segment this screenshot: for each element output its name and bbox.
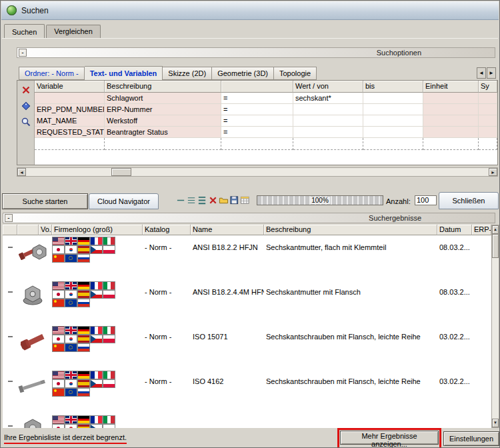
cell-operator[interactable]: = (221, 93, 293, 104)
cn-flag-icon (53, 389, 64, 396)
fr-flag-icon (91, 416, 102, 423)
col-sy[interactable]: Sy (479, 81, 497, 93)
col-vorschau[interactable]: Vo... (39, 225, 52, 235)
cell-wert-input[interactable] (293, 115, 363, 127)
row-height-large-icon[interactable] (197, 195, 207, 205)
delete-condition-icon[interactable] (21, 85, 31, 95)
anzahl-input[interactable]: 100 (415, 195, 437, 205)
row-selector[interactable] (3, 280, 17, 325)
keyword-tag-icon[interactable] (21, 101, 31, 111)
empty-cell[interactable] (105, 138, 221, 150)
tab-suchen[interactable]: Suchen (4, 24, 45, 39)
cell-operator[interactable]: = (221, 127, 293, 138)
collapse-suchoptionen-button[interactable]: - (19, 49, 27, 57)
ru-flag-icon (78, 255, 89, 262)
vscroll-thumb[interactable] (492, 234, 499, 258)
result-row-partial[interactable] (3, 414, 491, 428)
row-selector[interactable] (3, 369, 17, 414)
subtab-geometrie-3d[interactable]: Geometrie (3D) (212, 67, 274, 80)
bolt-with-nut-preview-icon[interactable] (17, 235, 39, 280)
suchoptionen-header: - Suchoptionen (17, 47, 495, 58)
flags-cell (52, 369, 143, 414)
tab-vergleichen[interactable]: Vergleichen (46, 25, 101, 38)
cloud-navigator-tab[interactable]: Cloud Navigator (89, 193, 159, 209)
result-row[interactable]: - Norm - ISO 4162 Sechskantschrauben mit… (3, 369, 491, 414)
suchoptionen-title: Suchoptionen (377, 49, 421, 57)
cell-bis-input[interactable] (363, 115, 423, 127)
result-katalog: - Norm - (143, 369, 191, 414)
progress-bar: 100% (257, 195, 383, 205)
empty-cell[interactable] (479, 138, 497, 150)
cell-wert-input[interactable] (293, 127, 363, 138)
cell-operator[interactable]: = (221, 115, 293, 127)
subtab-skizze-2d[interactable]: Skizze (2D) (163, 67, 212, 80)
cell-wert-input[interactable]: sechskant* (293, 93, 363, 104)
row-selector[interactable] (3, 325, 17, 369)
row-selector[interactable] (3, 414, 17, 428)
suche-starten-button[interactable]: Suche starten (2, 193, 88, 209)
vscroll-up-icon[interactable] (492, 225, 499, 234)
col-firmenlogo[interactable]: Firmenlogo (groß) (52, 225, 143, 235)
col-bis[interactable]: bis (363, 81, 423, 93)
pl-flag-icon (103, 335, 115, 343)
save-icon[interactable] (229, 195, 239, 205)
col-beschreibung[interactable]: Beschreibung (264, 225, 437, 235)
cell-wert-input[interactable] (293, 104, 363, 115)
hscroll-right-icon[interactable] (489, 168, 497, 176)
col-operator[interactable] (221, 81, 293, 93)
cell-bis-input[interactable] (363, 93, 423, 104)
hscroll-left-icon[interactable] (17, 168, 26, 176)
col-erp[interactable]: ERP-N (472, 225, 491, 235)
ru-flag-icon (78, 299, 89, 307)
col-name[interactable]: Name (191, 225, 264, 235)
empty-cell[interactable] (35, 138, 105, 150)
col-katalog[interactable]: Katalog (143, 225, 191, 235)
export-table-icon[interactable] (240, 195, 250, 205)
eu-flag-icon (65, 299, 77, 307)
subtab-topologie[interactable]: Topologie (274, 67, 317, 80)
subtab-scroll-right-icon[interactable] (487, 67, 496, 79)
vscroll-down-icon[interactable] (492, 419, 499, 427)
row-selector[interactable] (3, 235, 17, 280)
schliessen-button[interactable]: Schließen (439, 192, 499, 209)
collapse-suchergebnisse-button[interactable]: - (5, 214, 13, 222)
col-beschreibung[interactable]: Beschreibung (105, 81, 221, 93)
search-variable-icon[interactable] (21, 117, 31, 127)
hscroll-thumb[interactable] (111, 168, 131, 176)
col-variable[interactable]: Variable (35, 81, 105, 93)
cell-bis-input[interactable] (363, 127, 423, 138)
subtab-text-und-variablen[interactable]: Text- und Variablen (85, 66, 163, 81)
cell-sy (479, 115, 497, 127)
clear-results-icon[interactable] (208, 195, 218, 205)
empty-cell[interactable] (221, 138, 293, 150)
col-wert-von[interactable]: Wert / von (293, 81, 363, 93)
row-height-small-icon[interactable] (176, 195, 186, 205)
nut-preview-icon[interactable] (17, 414, 39, 428)
col-preview[interactable] (17, 225, 39, 235)
flange-nut-preview-icon[interactable] (17, 280, 39, 325)
hscroll-track[interactable] (26, 168, 489, 176)
cell-operator[interactable]: = (221, 104, 293, 115)
de-flag-icon (78, 371, 89, 379)
results-vertical-scrollbar[interactable] (491, 225, 499, 428)
folder-open-icon[interactable] (219, 195, 229, 205)
col-einheit[interactable]: Einheit (423, 81, 479, 93)
cell-bis-input[interactable] (363, 104, 423, 115)
result-row[interactable]: - Norm - ANSI B18.2.4.4M HFN Sechskantmu… (3, 280, 491, 325)
result-row[interactable]: - Norm - ANSI B18.2.2 HFJN Sechskantmutt… (3, 235, 491, 280)
col-datum[interactable]: Datum (437, 225, 472, 235)
col-selector[interactable] (3, 225, 17, 235)
subtab-ordner[interactable]: Ordner: - Norm - (19, 67, 85, 80)
empty-cell[interactable] (423, 138, 479, 150)
flange-bolt-preview-icon[interactable] (17, 325, 39, 369)
long-bolt-preview-icon[interactable] (17, 369, 39, 414)
result-row[interactable]: - Norm - ISO 15071 Sechskantschrauben mi… (3, 325, 491, 369)
row-height-medium-icon[interactable] (187, 195, 197, 205)
subtab-scroll-left-icon[interactable] (477, 67, 486, 79)
einstellungen-button[interactable]: Einstellungen (443, 431, 499, 446)
mehr-ergebnisse-button[interactable]: Mehr Ergebnisse anzeigen... (340, 431, 439, 445)
variables-horizontal-scrollbar[interactable] (17, 167, 498, 177)
empty-cell[interactable] (363, 138, 423, 150)
empty-cell[interactable] (293, 138, 363, 150)
flags-cell (52, 414, 143, 428)
